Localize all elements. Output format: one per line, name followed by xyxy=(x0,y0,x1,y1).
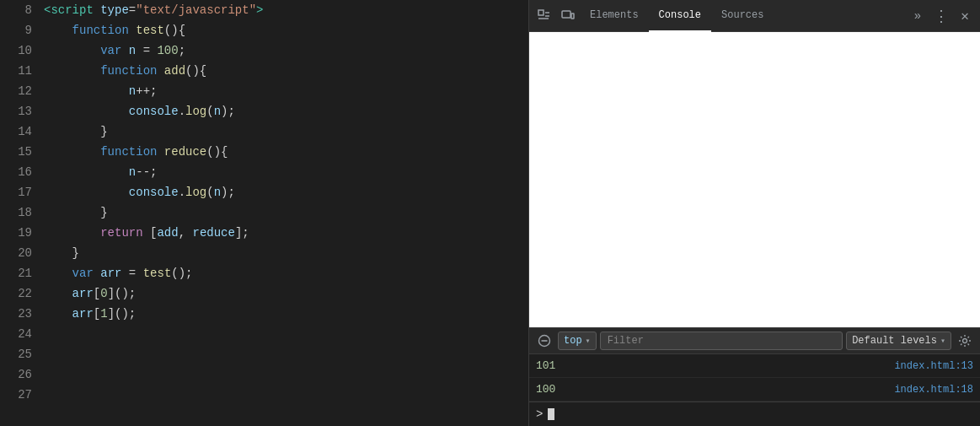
line-number: 19 xyxy=(0,223,32,243)
kebab-menu-button[interactable]: ⋮ xyxy=(929,4,953,28)
console-cursor xyxy=(548,408,554,420)
context-arrow-icon: ▾ xyxy=(586,336,591,346)
code-line: console.log(n); xyxy=(44,101,528,121)
line-number: 20 xyxy=(0,243,32,263)
code-line: arr[0](); xyxy=(44,283,528,304)
code-line: return [add, reduce]; xyxy=(44,223,528,243)
tab-console[interactable]: Console xyxy=(649,0,711,32)
console-input-row[interactable]: > xyxy=(529,402,980,426)
line-number: 10 xyxy=(0,40,32,61)
code-line: arr[1](); xyxy=(44,304,528,324)
console-source-link[interactable]: index.html:13 xyxy=(894,360,973,372)
console-entry: 101index.html:13 xyxy=(529,354,980,378)
line-number: 21 xyxy=(0,263,32,283)
console-output: 101index.html:13100index.html:18 xyxy=(529,354,980,402)
devtools-body: top ▾ Default levels ▾ 101index.html:131… xyxy=(529,32,980,426)
console-entry: 100index.html:18 xyxy=(529,378,980,402)
line-number: 16 xyxy=(0,162,32,182)
code-line: <script type="text/javascript"> xyxy=(44,0,528,20)
code-line: } xyxy=(44,202,528,223)
device-toolbar-icon[interactable] xyxy=(556,4,580,28)
context-selector[interactable]: top ▾ xyxy=(558,332,597,350)
tab-sources[interactable]: Sources xyxy=(711,0,774,32)
code-editor: 89101112131415161718192021222324252627 <… xyxy=(0,0,528,426)
console-prompt-icon: > xyxy=(536,407,543,421)
console-value: 101 xyxy=(536,359,894,372)
line-number: 8 xyxy=(0,0,32,20)
code-line: function test(){ xyxy=(44,20,528,40)
code-line: n++; xyxy=(44,81,528,101)
svg-rect-2 xyxy=(571,13,574,19)
code-line: } xyxy=(44,121,528,142)
console-source-link[interactable]: index.html:18 xyxy=(894,384,973,396)
line-number: 12 xyxy=(0,81,32,101)
line-number: 26 xyxy=(0,364,32,385)
code-content: <script type="text/javascript"> function… xyxy=(40,0,528,426)
code-line: } xyxy=(44,243,528,263)
more-tabs-button[interactable]: » xyxy=(906,4,929,28)
tab-bar: Elements Console Sources » ⋮ ✕ xyxy=(529,0,980,32)
line-number: 23 xyxy=(0,304,32,324)
line-number: 24 xyxy=(0,324,32,344)
code-line: function add(){ xyxy=(44,61,528,81)
clear-console-button[interactable] xyxy=(534,331,554,351)
line-number: 25 xyxy=(0,344,32,364)
devtools-panel: Elements Console Sources » ⋮ ✕ top ▾ xyxy=(528,0,980,426)
filter-input[interactable] xyxy=(600,332,843,350)
tab-elements[interactable]: Elements xyxy=(580,0,649,32)
line-number: 15 xyxy=(0,142,32,162)
svg-rect-0 xyxy=(538,10,544,15)
console-settings-button[interactable] xyxy=(955,331,975,351)
line-number: 11 xyxy=(0,61,32,81)
empty-panel-area xyxy=(529,32,980,327)
line-number: 17 xyxy=(0,182,32,202)
svg-rect-1 xyxy=(562,11,570,18)
code-line: console.log(n); xyxy=(44,182,528,202)
code-line: var arr = test(); xyxy=(44,263,528,283)
code-line: n--; xyxy=(44,162,528,182)
close-devtools-button[interactable]: ✕ xyxy=(953,4,977,28)
line-numbers: 89101112131415161718192021222324252627 xyxy=(0,0,40,426)
inspect-element-icon[interactable] xyxy=(533,4,556,28)
code-line: var n = 100; xyxy=(44,40,528,61)
svg-point-5 xyxy=(963,339,967,343)
line-number: 14 xyxy=(0,121,32,142)
line-number: 13 xyxy=(0,101,32,121)
line-number: 27 xyxy=(0,385,32,405)
levels-arrow-icon: ▾ xyxy=(940,336,945,346)
line-number: 22 xyxy=(0,283,32,304)
default-levels-button[interactable]: Default levels ▾ xyxy=(846,332,951,350)
line-number: 18 xyxy=(0,202,32,223)
code-line: function reduce(){ xyxy=(44,142,528,162)
console-toolbar: top ▾ Default levels ▾ xyxy=(529,327,980,354)
line-number: 9 xyxy=(0,20,32,40)
console-value: 100 xyxy=(536,383,894,396)
